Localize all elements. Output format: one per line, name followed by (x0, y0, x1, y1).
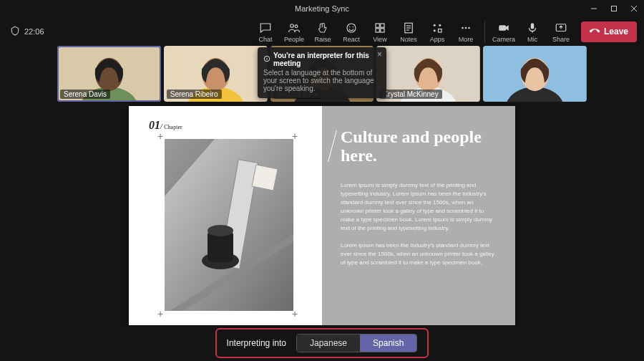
tool-label: Chat (258, 36, 272, 43)
crop-mark-icon: + (157, 309, 166, 318)
svg-point-21 (267, 57, 268, 58)
language-option-spanish[interactable]: Spanish (360, 334, 416, 352)
slide-paragraph-1: Lorem Ipsum is simply dummy text of the … (341, 181, 497, 233)
interpreter-tooltip: × You're an interpreter for this meeting… (258, 47, 386, 98)
participant-tile[interactable]: Krystal McKinney (376, 46, 480, 102)
react-item[interactable]: React (337, 20, 366, 43)
participant-name: Serena Davis (60, 90, 110, 99)
apps-icon (431, 21, 444, 34)
chapter-label: 01/ Chapter (149, 119, 309, 132)
camera-icon (497, 21, 510, 34)
language-option-japanese[interactable]: Japanese (297, 334, 360, 352)
mic-item[interactable]: Mic (518, 20, 547, 43)
interpreter-control-group: Interpreting into Japanese Spanish (215, 328, 429, 358)
participant-tile[interactable] (483, 46, 587, 102)
crop-mark-icon: + (292, 309, 301, 318)
slide-right-panel: Culture and people here. Lorem Ipsum is … (322, 106, 515, 325)
timer-value: 22:06 (24, 27, 44, 36)
meeting-toolbar: 22:06 ChatPeopleRaiseReactViewNotesAppsM… (0, 17, 644, 46)
tool-label: Camera (492, 36, 515, 43)
slide-photo-frame: + + + + (165, 139, 293, 311)
share-item[interactable]: Share (547, 20, 575, 43)
tool-label: More (459, 36, 474, 43)
tool-label: Apps (430, 36, 445, 43)
notes-item[interactable]: Notes (394, 20, 423, 43)
minimize-button[interactable] (584, 0, 604, 17)
close-icon[interactable]: × (377, 50, 382, 59)
tool-label: Raise (314, 36, 331, 43)
notes-icon (402, 21, 415, 34)
tool-label: React (343, 36, 360, 43)
participant-tile[interactable]: Serena Davis (57, 46, 161, 102)
leave-button[interactable]: Leave (581, 21, 637, 42)
chat-icon (259, 21, 272, 34)
toolbar-group-main: ChatPeopleRaiseReactViewNotesAppsMore (251, 20, 480, 43)
title-bar: Marketing Sync (0, 0, 644, 17)
maximize-button[interactable] (604, 0, 624, 17)
shared-content-stage: 01/ Chapter + + + + (57, 106, 587, 325)
interpreter-bar: Interpreting into Japanese Spanish (0, 325, 644, 361)
view-icon (374, 21, 386, 34)
more-item[interactable]: More (452, 20, 480, 43)
toolbar-separator (484, 21, 485, 43)
tool-label: Notes (400, 36, 417, 43)
participant-name: Krystal McKinney (379, 90, 441, 99)
svg-marker-28 (252, 165, 278, 191)
slide-photo (165, 139, 293, 311)
tool-label: Mic (527, 36, 537, 43)
apps-item[interactable]: Apps (423, 20, 452, 43)
camera-item[interactable]: Camera (489, 20, 518, 43)
meeting-timer: 22:06 (10, 26, 44, 37)
chapter-word: Chapter (164, 124, 182, 130)
participant-tile[interactable]: Serena Ribeiro (164, 46, 268, 102)
interpreting-into-label: Interpreting into (227, 338, 286, 348)
info-icon (263, 55, 270, 64)
slide-left-panel: 01/ Chapter + + + + (129, 106, 322, 325)
share-icon (555, 21, 567, 34)
tooltip-body: Select a language at the bottom of your … (263, 69, 381, 92)
people-icon (288, 21, 301, 34)
shield-icon (10, 26, 20, 37)
participant-name: Serena Ribeiro (167, 90, 222, 99)
crop-mark-icon: + (292, 132, 301, 140)
raise-item[interactable]: Raise (308, 20, 337, 43)
more-icon (459, 21, 472, 34)
leave-icon (590, 26, 600, 38)
react-icon (345, 21, 358, 34)
language-toggle: Japanese Spanish (296, 334, 417, 352)
slide-paragraph-2: Lorem Ipsum has been the industry's stan… (341, 241, 497, 267)
slide-heading: Culture and people here. (341, 127, 497, 165)
chat-item[interactable]: Chat (251, 20, 280, 43)
tool-label: People (284, 36, 304, 43)
svg-point-27 (208, 225, 233, 236)
tool-label: Share (552, 36, 570, 43)
chapter-number: 01 (149, 119, 160, 131)
toolbar-group-av: CameraMicShare (489, 20, 575, 43)
mic-icon (526, 21, 539, 34)
people-item[interactable]: People (280, 20, 308, 43)
close-window-button[interactable] (624, 0, 644, 17)
crop-mark-icon: + (157, 132, 166, 140)
tool-label: View (373, 36, 386, 43)
raise-icon (316, 21, 329, 34)
leave-label: Leave (604, 27, 628, 37)
view-item[interactable]: View (366, 20, 394, 43)
window-controls (584, 0, 644, 17)
svg-rect-1 (612, 6, 617, 11)
meeting-title: Marketing Sync (295, 4, 349, 13)
participant-video (483, 46, 587, 102)
presentation-slide: 01/ Chapter + + + + (129, 106, 515, 325)
tooltip-title: You're an interpreter for this meeting (273, 52, 381, 67)
